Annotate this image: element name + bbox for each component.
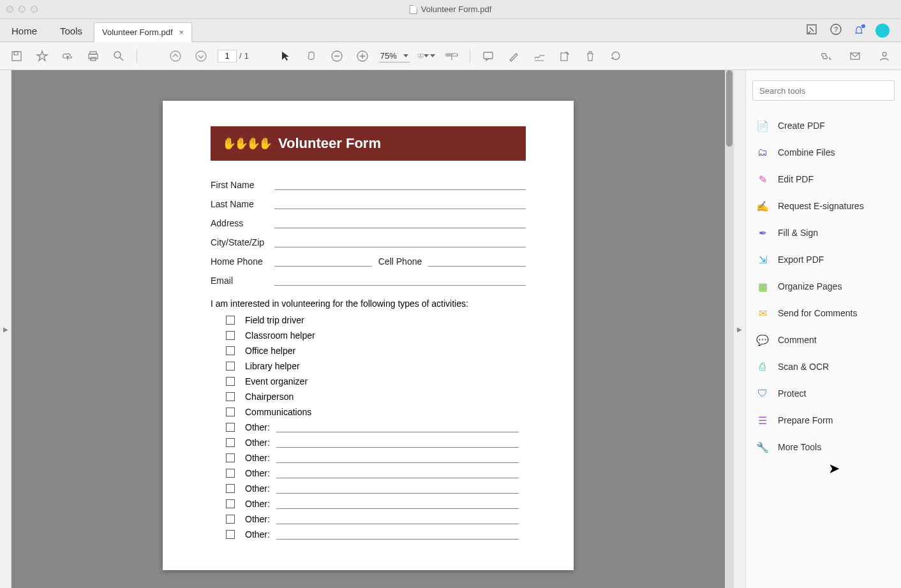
input-line[interactable] — [276, 483, 519, 494]
link-icon[interactable] — [817, 47, 835, 65]
input-line[interactable] — [274, 255, 372, 267]
document-tab[interactable]: Volunteer Form.pdf × — [94, 22, 192, 42]
tool-item[interactable]: ⇲Export PDF — [752, 246, 895, 273]
hand-tool-icon[interactable] — [302, 47, 320, 65]
chevron-down-icon — [403, 54, 408, 57]
help-icon[interactable]: ? — [830, 23, 842, 38]
user-avatar[interactable] — [875, 24, 890, 38]
zoom-in-icon[interactable] — [354, 47, 371, 65]
print-icon[interactable] — [84, 47, 102, 65]
email-icon[interactable] — [846, 47, 864, 65]
tab-tools[interactable]: Tools — [48, 20, 94, 41]
input-line[interactable] — [276, 529, 519, 540]
stamp-icon[interactable] — [556, 47, 574, 65]
account-icon[interactable] — [875, 47, 893, 65]
search-icon[interactable] — [110, 47, 128, 65]
tool-item[interactable]: 📄Create PDF — [752, 112, 895, 139]
tool-item[interactable]: ☰Prepare Form — [752, 407, 895, 434]
checkbox[interactable] — [226, 362, 235, 371]
left-sidebar-toggle[interactable]: ▶ — [0, 70, 11, 588]
minimize-window-button[interactable] — [19, 6, 26, 13]
read-mode-icon[interactable] — [443, 47, 461, 65]
tool-item[interactable]: 🔧More Tools — [752, 434, 895, 460]
delete-icon[interactable] — [581, 47, 599, 65]
checkbox[interactable] — [226, 453, 235, 462]
svg-rect-19 — [484, 52, 493, 59]
rotate-icon[interactable] — [607, 47, 625, 65]
tool-item[interactable]: 💬Comment — [752, 327, 895, 353]
input-line[interactable] — [274, 198, 526, 209]
activity-label: Field trip driver — [245, 315, 304, 325]
input-line[interactable] — [276, 453, 519, 463]
tool-item[interactable]: 🗂Combine Files — [752, 139, 895, 166]
highlight-icon[interactable] — [505, 47, 523, 65]
checkbox[interactable] — [226, 469, 235, 478]
vertical-scrollbar[interactable] — [725, 70, 734, 588]
tool-item[interactable]: ✉Send for Comments — [752, 300, 895, 327]
checkbox[interactable] — [226, 530, 235, 539]
selection-tool-icon[interactable] — [277, 47, 295, 65]
page-up-icon[interactable] — [167, 47, 184, 65]
main-toolbar: / 1 75% — [0, 42, 901, 70]
input-line[interactable] — [428, 255, 526, 267]
sign-icon[interactable] — [530, 47, 548, 65]
tool-item[interactable]: ▦Organize Pages — [752, 273, 895, 300]
page-down-icon[interactable] — [192, 47, 210, 65]
right-panel-toggle[interactable]: ▶ — [734, 70, 745, 588]
comment-icon[interactable] — [479, 47, 497, 65]
checkbox[interactable] — [226, 408, 235, 416]
other-label: Other: — [245, 422, 270, 432]
checkbox[interactable] — [226, 515, 235, 524]
checkbox[interactable] — [226, 377, 235, 386]
label-cell-phone: Cell Phone — [378, 256, 422, 267]
tab-home[interactable]: Home — [0, 20, 48, 41]
close-window-button[interactable] — [6, 6, 13, 13]
tool-item[interactable]: ✒Fill & Sign — [752, 219, 895, 246]
document-canvas[interactable]: ✋✋✋✋ Volunteer Form First Name Last Name… — [11, 70, 734, 588]
checkbox[interactable] — [226, 392, 235, 401]
checkbox[interactable] — [226, 316, 235, 325]
input-line[interactable] — [274, 236, 526, 247]
input-line[interactable] — [274, 274, 526, 286]
page-number-input[interactable] — [218, 50, 237, 62]
tool-item[interactable]: ✍Request E-signatures — [752, 193, 895, 219]
zoom-select[interactable]: 75% — [379, 50, 410, 62]
zoom-window-button[interactable] — [31, 6, 38, 13]
tool-item[interactable]: 🛡Protect — [752, 380, 895, 407]
checkbox[interactable] — [226, 499, 235, 508]
checkbox[interactable] — [226, 438, 235, 447]
window-titlebar: Volunteer Form.pdf — [0, 0, 901, 19]
scroll-thumb[interactable] — [726, 70, 733, 147]
tool-item[interactable]: ✎Edit PDF — [752, 166, 895, 193]
save-icon[interactable] — [8, 47, 26, 65]
other-row: Other: — [211, 422, 526, 432]
cloud-upload-icon[interactable] — [59, 47, 77, 65]
activity-row: Chairperson — [211, 392, 526, 402]
other-row: Other: — [211, 468, 526, 478]
screenshot-icon[interactable] — [805, 23, 818, 38]
zoom-out-icon[interactable] — [328, 47, 346, 65]
checkbox[interactable] — [226, 484, 235, 493]
input-line[interactable] — [274, 217, 526, 228]
chevron-right-icon: ▶ — [3, 326, 8, 333]
input-line[interactable] — [276, 468, 519, 478]
checkbox[interactable] — [226, 423, 235, 432]
svg-rect-3 — [12, 52, 21, 61]
star-icon[interactable] — [33, 47, 51, 65]
notifications-icon[interactable] — [854, 26, 864, 36]
input-line[interactable] — [276, 499, 519, 509]
search-tools-input[interactable] — [752, 80, 895, 101]
svg-rect-6 — [89, 54, 98, 59]
input-line[interactable] — [276, 422, 519, 432]
input-line[interactable] — [276, 514, 519, 524]
other-label: Other: — [245, 453, 270, 463]
close-tab-button[interactable]: × — [179, 27, 184, 37]
activity-row: Communications — [211, 407, 526, 417]
tool-item[interactable]: ⎙Scan & OCR — [752, 353, 895, 380]
checkbox[interactable] — [226, 331, 235, 340]
checkbox[interactable] — [226, 346, 235, 355]
tool-icon: ✉ — [756, 307, 769, 320]
input-line[interactable] — [276, 437, 519, 448]
fit-width-icon[interactable] — [417, 47, 435, 65]
input-line[interactable] — [274, 179, 526, 190]
